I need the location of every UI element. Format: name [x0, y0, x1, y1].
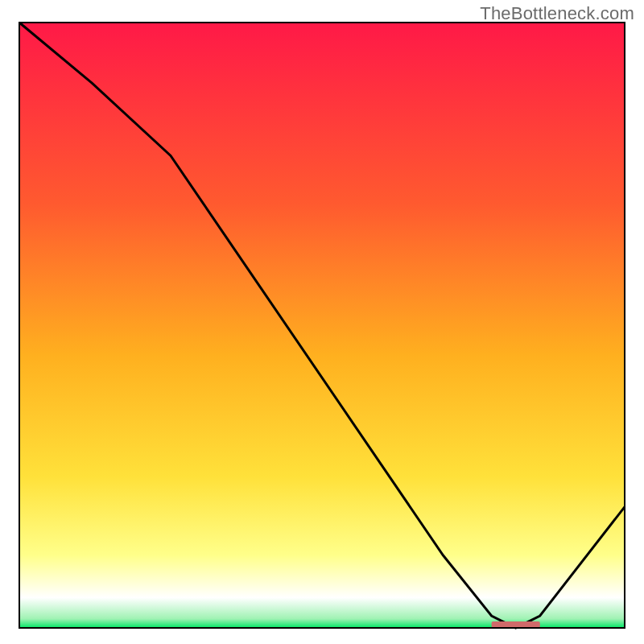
chart-container: TheBottleneck.com [0, 0, 644, 644]
optimal-range-marker [492, 621, 540, 628]
plot-background [19, 23, 625, 628]
watermark-text: TheBottleneck.com [480, 3, 634, 24]
chart-svg [0, 0, 644, 644]
plot-area [19, 23, 625, 628]
